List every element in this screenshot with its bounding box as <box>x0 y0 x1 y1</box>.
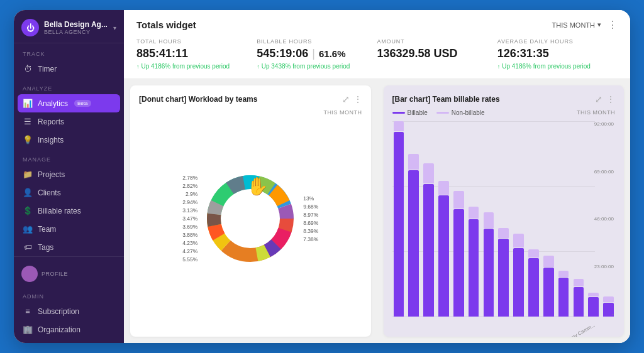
period-label: THIS MONTH <box>552 21 595 29</box>
sidebar-profile[interactable]: PROFILE <box>14 262 124 286</box>
sidebar-item-clients[interactable]: 👤 Clients <box>14 183 124 202</box>
totals-more-button[interactable]: ⋮ <box>608 19 618 31</box>
totals-col-billable-hours: BILLABLE HOURS 545:19:06 | 61.6% ↑ Up 34… <box>257 38 377 70</box>
sidebar-item-projects[interactable]: 📁 Projects <box>14 165 124 183</box>
bar-group <box>572 121 585 317</box>
tags-icon: 🏷 <box>23 242 33 252</box>
chevron-down-icon: ▾ <box>113 24 116 31</box>
main-content: Totals widget THIS MONTH ▾ ⋮ TOTAL HOURS… <box>124 10 630 343</box>
y-label: 92:00:00 <box>594 121 614 127</box>
sidebar-item-billable-rates[interactable]: 💲 Billable rates <box>14 202 124 220</box>
nonbillable-dot <box>436 112 449 114</box>
sidebar-item-team[interactable]: 👥 Team <box>14 220 124 238</box>
bar-group <box>467 121 480 317</box>
totals-col-amount: AMOUNT 136329.58 USD <box>377 38 497 70</box>
sidebar-org-header[interactable]: ⏻ Bella Design Ag... Bella Agency ▾ <box>14 10 124 43</box>
projects-icon: 📁 <box>23 170 33 179</box>
bar-nonbillable <box>513 234 524 247</box>
bar-group <box>512 121 525 317</box>
bar-chart-more-button[interactable]: ⋮ <box>606 94 615 104</box>
expand-bar-icon[interactable]: ⤢ <box>595 94 602 104</box>
insights-icon: 💡 <box>23 135 33 144</box>
total-hours-change: ↑ Up 4186% from previous period <box>136 63 247 70</box>
manage-section-label: MANAGE <box>14 149 124 165</box>
org-name: Bella Design Ag... <box>44 20 108 29</box>
totals-title: Totals widget <box>136 19 196 30</box>
bar-chart-area <box>392 121 616 328</box>
team-icon: 👥 <box>23 224 33 234</box>
bar-billable <box>408 170 419 317</box>
bar-nonbillable <box>558 271 569 276</box>
insights-label: Insights <box>38 136 64 144</box>
bar-nonbillable <box>469 207 479 219</box>
donut-chart-visual: 2.78% 2.82% 2.9% 2.94% 3.13% 3.47% 3.69%… <box>139 109 362 328</box>
subscription-icon: ≡ <box>23 307 33 316</box>
org-logo-icon: ⏻ <box>21 19 39 36</box>
bar-nonbillable <box>408 154 419 170</box>
bar-group <box>542 121 555 317</box>
sidebar-item-insights[interactable]: 💡 Insights <box>14 131 124 149</box>
avatar <box>21 266 38 282</box>
up-arrow-icon: ↑ <box>136 63 140 70</box>
y-label: 46:00:00 <box>594 216 614 222</box>
expand-icon[interactable]: ⤢ <box>342 94 350 104</box>
bar-billable <box>438 195 449 317</box>
bar-chart-wrapper: 92:00:00 69:00:00 46:00:00 23:00:00 - To… <box>392 121 616 328</box>
reports-label: Reports <box>38 117 64 126</box>
donut-chart-header: [Donut chart] Workload by teams ⤢ ⋮ <box>139 94 362 104</box>
bar-billable <box>558 278 569 317</box>
billable-hours-label: BILLABLE HOURS <box>257 38 367 45</box>
bar-billable <box>484 229 494 317</box>
bar-billable <box>543 268 554 317</box>
bar-group <box>497 121 510 317</box>
sidebar: ⏻ Bella Design Ag... Bella Agency ▾ TRAC… <box>14 10 124 343</box>
period-chevron-icon: ▾ <box>597 21 601 29</box>
bar-chart-period: THIS MONTH <box>577 109 615 116</box>
donut-chart-more-button[interactable]: ⋮ <box>353 94 362 104</box>
amount-value: 136329.58 USD <box>377 47 487 60</box>
bar-chart-header: [Bar chart] Team billable rates ⤢ ⋮ <box>392 94 616 104</box>
timer-label: Timer <box>38 65 57 73</box>
sidebar-item-analytics[interactable]: 📊 Analytics Beta <box>18 94 120 112</box>
bar-billable <box>469 219 479 317</box>
bar-billable <box>498 239 509 317</box>
sidebar-item-organization[interactable]: 🏢 Organization <box>14 320 124 339</box>
bar-nonbillable <box>423 163 434 183</box>
donut-chart-panel: [Donut chart] Workload by teams ⤢ ⋮ THIS… <box>130 85 371 337</box>
up-arrow-icon: ↑ <box>257 63 260 70</box>
total-hours-value: 885:41:11 <box>136 47 247 60</box>
charts-area: [Donut chart] Workload by teams ⤢ ⋮ THIS… <box>124 79 630 343</box>
billable-rates-label: Billable rates <box>38 207 81 215</box>
sidebar-bottom: PROFILE ADMIN ≡ Subscription 🏢 Organizat… <box>14 256 124 343</box>
sidebar-item-timer[interactable]: ⏱ Timer <box>14 60 124 78</box>
bar-nonbillable <box>453 191 464 209</box>
bar-nonbillable <box>543 256 554 268</box>
donut-chart-title: [Donut chart] Workload by teams <box>139 95 257 104</box>
admin-section-label: ADMIN <box>14 286 124 302</box>
sidebar-item-tags[interactable]: 🏷 Tags <box>14 238 124 256</box>
bar-nonbillable <box>394 121 404 131</box>
bar-chart-panel: [Bar chart] Team billable rates ⤢ ⋮ THIS… <box>384 85 625 337</box>
totals-controls: THIS MONTH ▾ ⋮ <box>552 19 618 31</box>
sidebar-item-reports[interactable]: ☰ Reports <box>14 112 124 131</box>
bar-chart-title: [Bar chart] Team billable rates <box>392 95 500 104</box>
bar-group <box>482 121 495 317</box>
y-label: 69:00:00 <box>594 169 614 175</box>
organization-label: Organization <box>38 325 80 334</box>
sidebar-item-subscription[interactable]: ≡ Subscription <box>14 302 124 320</box>
period-selector[interactable]: THIS MONTH ▾ <box>552 21 601 29</box>
analyze-section-label: ANALYZE <box>14 78 124 94</box>
billable-dot <box>392 112 405 114</box>
bar-chart-controls: ⤢ ⋮ <box>595 94 615 104</box>
totals-col-avg-daily: AVERAGE DAILY HOURS 126:31:35 ↑ Up 4186%… <box>497 38 618 70</box>
profile-label: PROFILE <box>42 271 68 277</box>
donut-svg <box>200 168 301 269</box>
donut-chart-controls: ⤢ ⋮ <box>342 94 362 104</box>
amount-label: AMOUNT <box>377 38 487 45</box>
billable-legend-label: Billable <box>408 109 428 116</box>
avg-daily-value: 126:31:35 <box>497 47 608 60</box>
totals-col-total-hours: TOTAL HOURS 885:41:11 ↑ Up 4186% from pr… <box>136 38 257 70</box>
bar-billable <box>394 132 404 317</box>
total-hours-label: TOTAL HOURS <box>136 38 247 45</box>
clients-icon: 👤 <box>23 188 33 197</box>
